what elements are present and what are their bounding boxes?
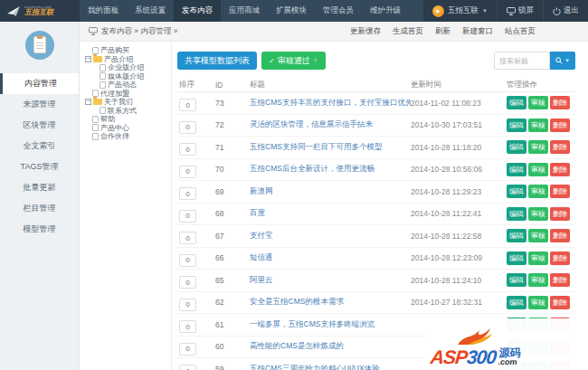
review-button[interactable]: 审核 [528, 296, 548, 309]
nav-item-maintain[interactable]: 维护升级 [362, 0, 409, 22]
logout-button[interactable]: 退出 [543, 0, 588, 22]
breadcrumb: 发布内容 » 内容管理 » [89, 26, 178, 37]
sort-input[interactable] [179, 365, 196, 370]
row-title-link[interactable]: 阿里云 [250, 275, 411, 286]
delete-button[interactable]: 删除 [550, 140, 570, 154]
edit-button[interactable]: 编辑 [507, 251, 526, 265]
sort-input[interactable] [179, 121, 196, 134]
nav-item-modules[interactable]: 扩展模块 [268, 0, 315, 22]
sort-input[interactable] [179, 320, 196, 333]
row-title-link[interactable]: 新浪网 [250, 186, 411, 197]
edit-button[interactable]: 编辑 [507, 273, 526, 287]
delete-button[interactable]: 删除 [550, 119, 570, 132]
row-title-link[interactable]: 一端多屏，五指CMS支持多终端浏览 [250, 319, 411, 330]
review-button[interactable]: 审核 [528, 229, 548, 242]
sort-input[interactable] [179, 143, 196, 156]
search-button[interactable]: ▼ [550, 52, 575, 70]
nav-item-members[interactable]: 管理会员 [315, 0, 362, 22]
sort-input[interactable] [179, 254, 196, 267]
delete-button[interactable]: 删除 [550, 251, 570, 265]
edit-button[interactable]: 编辑 [507, 296, 526, 309]
monitor-icon [507, 7, 516, 15]
delete-button[interactable]: 删除 [550, 163, 570, 176]
review-button[interactable]: 审核 [528, 207, 548, 221]
sidebar-item-content[interactable]: 内容管理 [0, 73, 79, 94]
check-icon: ✓ [269, 57, 275, 65]
generate-home-link[interactable]: 生成首页 [393, 26, 423, 37]
row-id: 70 [215, 165, 250, 174]
sort-input[interactable] [179, 276, 196, 289]
sort-input[interactable] [179, 187, 196, 200]
row-title-link[interactable]: 灵活的区块管理，信息展示信手拈来 [250, 119, 411, 130]
sidebar-item-batch[interactable]: 批量更新 [0, 177, 79, 198]
sort-input[interactable] [179, 232, 196, 244]
row-title-link[interactable]: 支付宝 [250, 231, 411, 242]
nav-item-appstore[interactable]: 应用商城 [221, 0, 268, 22]
refresh-link[interactable]: 刷新 [435, 26, 450, 37]
tree-node[interactable]: 合作伙伴 [85, 132, 171, 141]
nav-item-settings[interactable]: 系统设置 [127, 0, 174, 22]
sort-input[interactable] [179, 299, 196, 311]
new-window-link[interactable]: 新建窗口 [462, 26, 493, 37]
search-input[interactable] [494, 52, 550, 70]
review-button[interactable]: 审核 [528, 96, 548, 109]
row-title-link[interactable]: 短信通 [250, 252, 411, 263]
brand-logo[interactable]: wuzhicms.com 五指互联 [0, 0, 80, 22]
app-window: wuzhicms.com 五指互联 我的面板 系统设置 发布内容 应用商城 扩展… [0, 0, 588, 370]
tree-node[interactable]: 联系方式 [85, 107, 171, 116]
table-row: 66 短信通 2014-10-28 12:23:09 编辑审核删除 [177, 248, 575, 270]
sidebar-item-block[interactable]: 区块管理 [0, 115, 79, 136]
edit-button[interactable]: 编辑 [507, 185, 526, 198]
edit-button[interactable]: 编辑 [507, 119, 526, 132]
edit-button[interactable]: 编辑 [507, 96, 526, 109]
nav-item-dashboard[interactable]: 我的面板 [80, 0, 127, 22]
review-button[interactable]: 审核 [528, 251, 548, 265]
sidebar-item-source[interactable]: 来源管理 [0, 94, 79, 115]
shared-model-list-button[interactable]: 共享模型数据列表 [177, 52, 257, 70]
delete-button[interactable]: 删除 [550, 296, 570, 309]
review-button[interactable]: 审核 [528, 185, 548, 198]
sidebar-item-tags[interactable]: TAGS管理 [0, 157, 79, 177]
row-id: 67 [215, 232, 250, 241]
sidebar-item-category[interactable]: 栏目管理 [0, 198, 79, 219]
header-ops: 管理操作 [507, 80, 575, 90]
delete-button[interactable]: 删除 [550, 273, 570, 287]
user-avatar: ▶ [432, 5, 444, 17]
row-title-link[interactable]: 高性能的CMS是怎样炼成的 [250, 341, 411, 352]
review-button[interactable]: 审核 [528, 163, 548, 176]
collapse-icon[interactable]: − [85, 99, 91, 105]
user-menu[interactable]: ▶ 五指互联 ▼ [423, 0, 497, 22]
collapse-icon[interactable]: − [85, 56, 91, 62]
sidebar-item-fulltext[interactable]: 全文索引 [0, 136, 79, 157]
lock-screen-button[interactable]: 锁屏 [497, 0, 543, 22]
sidebar-item-model[interactable]: 模型管理 [0, 219, 79, 240]
update-cache-link[interactable]: 更新缓存 [350, 26, 381, 37]
site-home-link[interactable]: 站点首页 [505, 26, 536, 37]
review-button[interactable]: 审核 [528, 119, 548, 132]
delete-button[interactable]: 删除 [550, 207, 570, 221]
edit-button[interactable]: 编辑 [507, 163, 526, 176]
row-title-link[interactable]: 百度 [250, 208, 411, 219]
edit-button[interactable]: 编辑 [507, 229, 526, 242]
sort-input[interactable] [179, 343, 196, 356]
sort-input[interactable] [179, 99, 196, 111]
nav-item-publish[interactable]: 发布内容 [174, 0, 221, 22]
approve-button[interactable]: ✓ 审核通过 ▼ [261, 52, 326, 70]
review-button[interactable]: 审核 [528, 140, 548, 154]
edit-button[interactable]: 编辑 [507, 140, 526, 154]
row-title-link[interactable]: 五指CMS支持丰富的支付接口，支付宝接口优先体验 [250, 98, 411, 109]
delete-button[interactable]: 删除 [550, 229, 570, 242]
asp300-watermark: ASP 300 源码 .com [425, 318, 588, 370]
row-title-link[interactable]: 五指CMS三周年给力的精心UI/UX体验 [250, 364, 411, 370]
header-sort: 排序 [177, 80, 215, 90]
review-button[interactable]: 审核 [528, 273, 548, 287]
row-title-link[interactable]: 五指CMS后台全新设计，使用更流畅 [250, 164, 411, 175]
sort-input[interactable] [179, 210, 196, 223]
sort-input[interactable] [179, 166, 196, 178]
edit-button[interactable]: 编辑 [507, 207, 526, 221]
delete-button[interactable]: 删除 [550, 96, 570, 109]
row-title-link[interactable]: 安全是五指CMS的根本需求 [250, 297, 411, 308]
delete-button[interactable]: 删除 [550, 185, 570, 198]
brand-text: wuzhicms.com 五指互联 [24, 5, 53, 16]
row-title-link[interactable]: 五指CMS支持同一栏目下可用多个模型 [250, 142, 411, 153]
